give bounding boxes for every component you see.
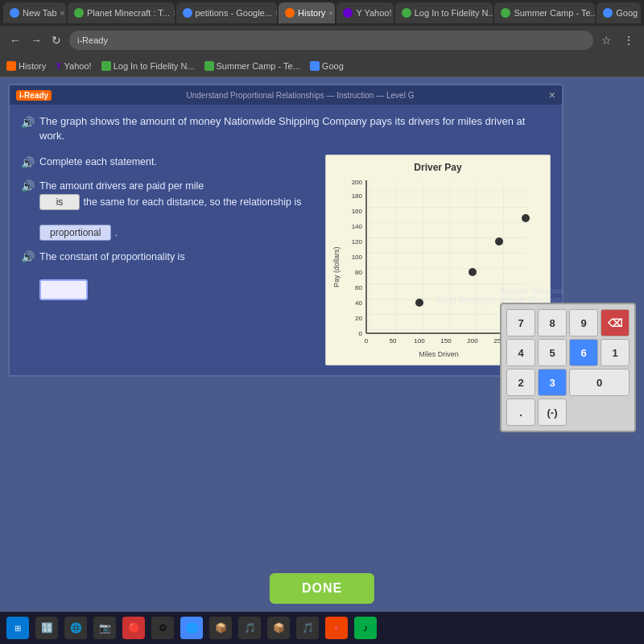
y-axis-label: Pay (dollars) [332,176,341,358]
numpad-7[interactable]: 7 [506,309,535,336]
bookmark-google[interactable]: Goog [310,61,344,71]
speaker-icon[interactable]: 🔊 [21,116,35,129]
numpad-1[interactable]: 1 [601,339,630,366]
statement2-row: 🔊 The constant of proportionality is [21,249,312,300]
content-area: i-Ready Understand Proportional Relation… [0,77,644,644]
taskbar-icon-13[interactable]: ♪ [354,617,377,639]
graph-title: Driver Pay [332,162,543,173]
data-point-1 [415,299,423,307]
star-button[interactable]: ☆ [598,32,615,48]
done-button[interactable]: DONE [270,573,374,604]
taskbar-icon-9[interactable]: 🎵 [238,617,261,639]
windows-watermark: Activate Windows Go to Settings to activ… [436,287,564,304]
svg-text:150: 150 [440,337,452,345]
numpad-dot[interactable]: . [506,398,535,426]
taskbar-icon-10[interactable]: 📦 [267,617,290,639]
period: . [115,227,118,238]
refresh-button[interactable]: ↻ [48,32,64,48]
tab-minecraft[interactable]: Planet Minecraft : T... × [68,2,175,23]
data-point-3 [495,237,503,246]
speaker-icon-4[interactable]: 🔊 [21,250,35,263]
proportional-dropdown[interactable]: proportional [39,225,111,241]
bookmark-history[interactable]: History [6,61,46,71]
taskbar-icon-2[interactable]: 🔢 [35,617,58,639]
tab-new-tab[interactable]: New Tab × [3,2,66,23]
numpad-3[interactable]: 3 [538,369,567,396]
statement1-pre-text: The amount drivers are paid per mile [39,180,204,192]
lesson-subtitle: Understand Proportional Relationships — … [56,91,544,100]
bookmark-yahoo[interactable]: Y Yahoo! [56,61,91,71]
svg-text:120: 120 [352,238,363,246]
tab-close-icon[interactable]: × [60,9,65,18]
iready-body: 🔊 The graph shows the amount of money Na… [10,105,562,375]
svg-text:60: 60 [355,284,362,291]
taskbar-icon-6[interactable]: ⚙ [151,617,174,639]
svg-text:160: 160 [352,208,363,215]
statement2-content: The constant of proportionality is [39,249,185,300]
numpad-negate[interactable]: (-) [538,398,567,426]
statement1-row: 🔊 The amount drivers are paid per mile i… [21,178,312,241]
answer-input-box[interactable] [39,279,88,300]
tab-summercamp[interactable]: Summer Camp - Te... [494,2,595,23]
left-column: 🔊 Complete each statement. 🔊 The amount … [21,155,312,308]
tab-history[interactable]: History × [279,2,335,23]
back-button[interactable]: ← [6,32,24,48]
statement1-content: The amount drivers are paid per mile is … [39,178,301,241]
numpad-2[interactable]: 2 [506,369,535,396]
menu-button[interactable]: ⋮ [620,32,638,48]
svg-text:200: 200 [467,337,478,345]
taskbar-icon-5[interactable]: 🔴 [122,617,145,639]
bookmark-summercamp[interactable]: Summer Camp - Te... [204,61,300,71]
svg-text:0: 0 [359,330,363,337]
numpad-9[interactable]: 9 [569,309,598,336]
address-bar[interactable]: i-Ready [69,31,593,50]
tab-close-icon[interactable]: × [275,9,277,18]
tab-close-icon[interactable]: × [328,9,333,18]
complete-statement-row: 🔊 Complete each statement. [21,155,312,170]
numpad-4[interactable]: 4 [506,339,535,366]
speaker-icon-2[interactable]: 🔊 [21,156,35,169]
numpad-0[interactable]: 0 [569,369,630,396]
taskbar-icon-8[interactable]: 📦 [209,617,232,639]
iready-logo: i-Ready [16,90,52,101]
tab-yahoo[interactable]: Y Yahoo! [336,2,393,23]
tab-close-icon[interactable]: × [173,9,174,18]
statement1-box[interactable]: is [39,194,80,210]
data-point-4 [522,214,530,222]
taskbar-icon-11[interactable]: 🎵 [296,617,319,639]
taskbar-icon-12[interactable]: 🔺 [325,617,348,639]
svg-text:80: 80 [355,269,362,276]
svg-text:50: 50 [390,337,397,345]
svg-text:20: 20 [355,315,362,322]
bookmark-fidelity[interactable]: Log In to Fidelity N... [101,61,195,71]
nav-bar: ← → ↻ i-Ready ☆ ⋮ [0,26,644,55]
taskbar-icon-3[interactable]: 🌐 [64,617,87,639]
svg-text:40: 40 [355,299,362,307]
browser-chrome: New Tab × Planet Minecraft : T... × peti… [0,0,644,77]
statement1-post-text: the same for each distance, so the relat… [83,196,301,208]
panel-close-button[interactable]: × [549,89,555,101]
numpad-6[interactable]: 6 [569,339,598,366]
speaker-icon-3[interactable]: 🔊 [21,180,35,192]
tab-petitions[interactable]: petitions - Google... × [176,2,278,23]
taskbar-icon-4[interactable]: 📷 [93,617,116,639]
taskbar: ⊞ 🔢 🌐 📷 🔴 ⚙ 🌐 📦 🎵 📦 🎵 🔺 ♪ [0,612,644,644]
two-col-layout: 🔊 Complete each statement. 🔊 The amount … [21,155,551,365]
taskbar-icon-7[interactable]: 🌐 [180,617,203,639]
svg-text:100: 100 [352,254,363,261]
main-instruction: 🔊 The graph shows the amount of money Na… [21,114,551,143]
windows-start-button[interactable]: ⊞ [6,617,29,639]
iready-header: i-Ready Understand Proportional Relation… [10,85,562,105]
main-instruction-text: The graph shows the amount of money Nati… [39,114,551,143]
numpad: 7 8 9 ⌫ 4 5 6 1 2 3 0 . (-) [500,303,636,432]
numpad-delete[interactable]: ⌫ [601,309,630,336]
forward-button[interactable]: → [27,32,45,48]
bookmarks-bar: History Y Yahoo! Log In to Fidelity N...… [0,55,644,77]
numpad-8[interactable]: 8 [538,309,567,336]
tab-bar: New Tab × Planet Minecraft : T... × peti… [0,0,644,26]
tab-fidelity[interactable]: Log In to Fidelity N... [395,2,493,23]
numpad-5[interactable]: 5 [538,339,567,366]
data-point-2 [469,268,477,276]
tab-google[interactable]: Goog [597,2,641,23]
svg-text:140: 140 [352,223,363,230]
